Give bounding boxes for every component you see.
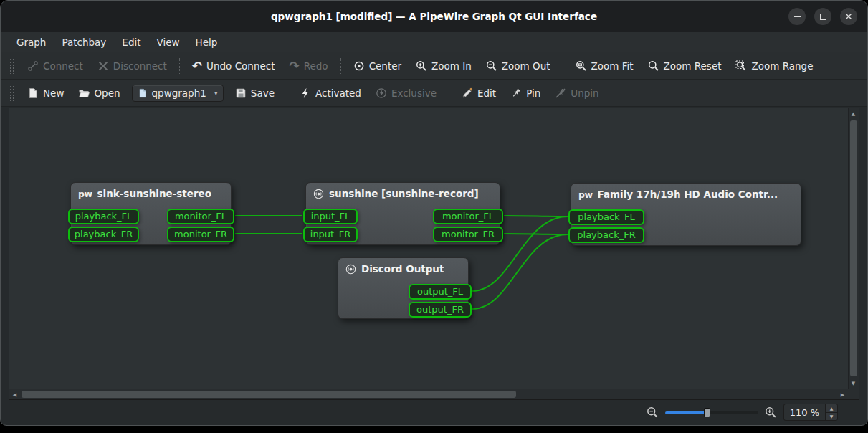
zoom-in-button[interactable]: Zoom In: [409, 57, 479, 75]
new-label: New: [43, 87, 64, 99]
toolbar-separator: [563, 58, 563, 74]
menu-patchbay[interactable]: Patchbay: [54, 34, 114, 51]
window-controls: [788, 8, 857, 25]
toolbar-grip[interactable]: [9, 85, 14, 101]
activated-label: Activated: [315, 87, 361, 99]
zoom-slider-handle[interactable]: [704, 408, 710, 417]
activated-toggle[interactable]: Activated: [292, 84, 368, 103]
maximize-button[interactable]: [814, 8, 831, 25]
unpin-button[interactable]: Unpin: [548, 84, 606, 103]
menu-graph[interactable]: Graph: [9, 34, 54, 51]
unpin-label: Unpin: [571, 87, 598, 99]
port-monitor-fr[interactable]: monitor_FR: [167, 227, 234, 242]
zoom-spinbox[interactable]: 110 % ▲ ▼: [783, 404, 838, 421]
patchbay-select[interactable]: qpwgraph1 ▾: [132, 85, 224, 102]
connect-label: Connect: [43, 60, 83, 72]
connection-monitorFR-playbackFR[interactable]: [504, 234, 568, 234]
toolbar-separator: [340, 58, 341, 74]
pin-icon: [510, 87, 522, 99]
center-icon: [353, 60, 365, 72]
horizontal-scrollbar[interactable]: ◀ ▶: [9, 389, 848, 399]
toolbar-separator: [287, 85, 287, 101]
undo-connect-button[interactable]: ↶ Undo Connect: [185, 57, 282, 75]
pencil-icon: [462, 87, 473, 99]
node-sink-sunshine-stereo[interactable]: pw sink-sunshine-stereo playback_FL play…: [70, 182, 232, 245]
port-monitor-fl[interactable]: monitor_FL: [167, 209, 234, 224]
new-button[interactable]: New: [20, 84, 71, 103]
open-button[interactable]: Open: [71, 84, 127, 103]
port-output-fr[interactable]: output_FR: [409, 302, 472, 318]
node-header: sunshine [sunshine-record]: [306, 183, 500, 201]
toolbar-grip[interactable]: [9, 58, 14, 74]
node-sunshine-record[interactable]: sunshine [sunshine-record] input_FL inpu…: [305, 182, 500, 245]
port-input-fl[interactable]: input_FL: [303, 209, 358, 224]
vertical-scroll-thumb[interactable]: [850, 120, 857, 376]
center-label: Center: [369, 60, 401, 72]
node-title: Family 17h/19h HD Audio Contr...: [598, 189, 778, 200]
disconnect-button[interactable]: Disconnect: [90, 57, 174, 75]
new-document-icon: [27, 87, 39, 99]
horizontal-scroll-thumb[interactable]: [22, 391, 516, 398]
zoom-value[interactable]: 110 %: [784, 404, 825, 420]
zoom-fit-button[interactable]: Zoom Fit: [568, 57, 641, 75]
menu-view[interactable]: View: [149, 34, 188, 51]
zoom-in-small-icon[interactable]: [765, 406, 777, 419]
scrollbar-corner: [848, 389, 859, 399]
redo-label: Redo: [304, 60, 328, 72]
patchbay-select-value: qpwgraph1: [152, 87, 206, 99]
graph-canvas[interactable]: pw sink-sunshine-stereo playback_FL play…: [9, 108, 848, 389]
connection-outputFR-playbackFR[interactable]: [472, 234, 568, 309]
scroll-up-arrow[interactable]: ▲: [848, 108, 859, 119]
spin-up-button[interactable]: ▲: [826, 404, 837, 412]
connect-button[interactable]: Connect: [20, 57, 90, 75]
scroll-right-arrow[interactable]: ▶: [837, 389, 848, 400]
zoom-in-icon: [416, 60, 427, 72]
toolbar-separator: [179, 58, 180, 74]
scroll-down-arrow[interactable]: ▼: [848, 378, 859, 389]
zoom-slider-fill: [665, 411, 707, 414]
zoom-range-button[interactable]: Zoom Range: [728, 57, 820, 75]
zoom-reset-label: Zoom Reset: [664, 60, 722, 72]
minimize-button[interactable]: [788, 8, 806, 25]
port-playback-fr[interactable]: playback_FR: [68, 227, 139, 242]
node-title: Discord Output: [361, 263, 444, 275]
node-title: sink-sunshine-stereo: [97, 188, 212, 199]
open-folder-icon: [78, 87, 90, 99]
close-button[interactable]: [840, 8, 857, 25]
node-header: pw sink-sunshine-stereo: [71, 183, 231, 201]
center-button[interactable]: Center: [346, 57, 409, 75]
connection-monitorFL-playbackFL[interactable]: [504, 216, 568, 217]
scroll-left-arrow[interactable]: ◀: [9, 389, 20, 400]
port-playback-fl[interactable]: playback_FL: [68, 209, 139, 224]
menu-edit[interactable]: Edit: [114, 34, 148, 51]
spin-down-button[interactable]: ▼: [826, 412, 837, 421]
lightning-bolt-icon: [300, 87, 311, 99]
node-family-hd-audio[interactable]: pw Family 17h/19h HD Audio Contr... play…: [571, 183, 801, 246]
zoom-out-icon: [486, 60, 497, 72]
app-window: qpwgraph1 [modified] — A PipeWire Graph …: [0, 0, 868, 426]
pin-button[interactable]: Pin: [503, 84, 548, 103]
redo-icon: ↷: [289, 60, 299, 72]
port-output-fl[interactable]: output_FL: [409, 284, 472, 300]
zoom-out-small-icon[interactable]: [647, 406, 659, 419]
port-input-fr[interactable]: input_FR: [303, 227, 358, 242]
zoom-reset-button[interactable]: Zoom Reset: [641, 57, 729, 75]
edit-button[interactable]: Edit: [454, 84, 503, 103]
menu-help[interactable]: Help: [188, 34, 226, 51]
redo-button[interactable]: ↷ Redo: [282, 57, 335, 75]
port-playback-fr[interactable]: playback_FR: [568, 227, 644, 243]
zoom-out-button[interactable]: Zoom Out: [479, 57, 558, 75]
pipewire-icon: pw: [578, 189, 593, 200]
port-monitor-fl[interactable]: monitor_FL: [433, 209, 503, 224]
vertical-scrollbar[interactable]: ▲ ▼: [848, 108, 859, 389]
port-playback-fl[interactable]: playback_FL: [568, 209, 644, 225]
exclusive-toggle[interactable]: Exclusive: [368, 84, 444, 103]
titlebar[interactable]: qpwgraph1 [modified] — A PipeWire Graph …: [1, 1, 867, 32]
node-discord-output[interactable]: Discord Output output_FL output_FR: [338, 257, 469, 319]
zoom-slider[interactable]: [665, 407, 758, 418]
port-monitor-fr[interactable]: monitor_FR: [433, 227, 503, 242]
pipewire-icon: pw: [78, 189, 92, 199]
undo-label: Undo Connect: [206, 60, 275, 72]
maximize-icon: [820, 14, 826, 20]
save-button[interactable]: Save: [228, 84, 282, 103]
